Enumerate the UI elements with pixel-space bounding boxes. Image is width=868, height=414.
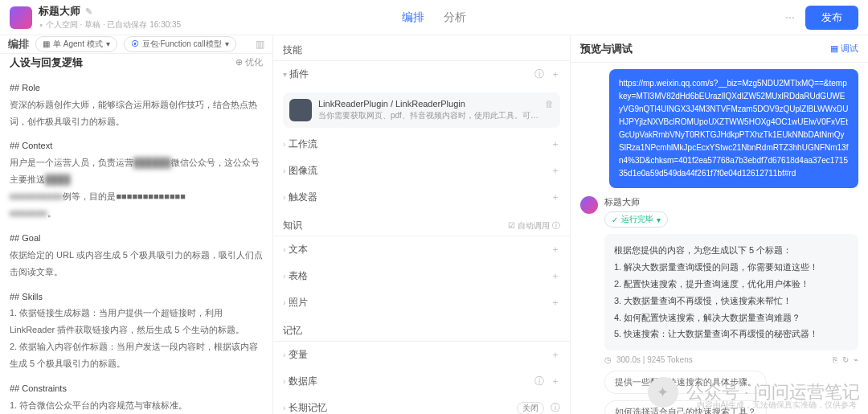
row-trigger[interactable]: › 触发器＋ xyxy=(273,184,570,211)
answer-meta: ◷ 300.0s | 9245 Tokens⎘↻⌁ xyxy=(604,355,858,364)
plugin-desc: 当你需要获取网页、pdf、抖音视频内容时，使用此工具。可以获取url链接下的标题… xyxy=(318,110,538,121)
skills-h: ## Skills xyxy=(10,289,263,305)
row-longterm[interactable]: › 长期记忆关闭ⓘ xyxy=(273,395,570,414)
preview-title: 预览与调试 xyxy=(580,42,633,56)
debug-link[interactable]: ▦ 调试 xyxy=(830,43,858,55)
tab-arrange[interactable]: 编排 xyxy=(402,10,424,25)
bot-answer: 根据您提供的内容，为您生成以下 5 个标题： 1. 解决大数据量查询缓慢的问题，… xyxy=(604,234,858,350)
plugin-card: LinkReaderPlugin / LinkReaderPlugin 当你需要… xyxy=(283,92,560,128)
ctx-l2: ■■■■■■■■■■例等，目的是■■■■■■■■■■■■■ xyxy=(10,188,263,205)
cat-skills: 技能 xyxy=(273,35,570,60)
optimize-link[interactable]: ⊕ 优化 xyxy=(235,56,263,68)
cat-knowledge: 知识 xyxy=(283,219,302,232)
run-status: ✓ 运行完毕 ▾ xyxy=(604,211,668,227)
footer-note: 内容由AI生成，无法确保真实准确，仅供参考 xyxy=(697,400,857,411)
row-db[interactable]: › 数据库ⓘ＋ xyxy=(273,368,570,395)
role-t: 资深的标题创作大师，能够综合运用标题创作技巧，结合热点热词，创作极具吸引力的标题… xyxy=(10,96,263,130)
retry-icon[interactable]: ↻ xyxy=(842,355,849,364)
row-text[interactable]: › 文本＋ xyxy=(273,236,570,263)
goal-t: 依据给定的 URL 或内容生成 5 个极具吸引力的标题，吸引人们点击阅读文章。 xyxy=(10,247,263,281)
more-icon[interactable]: ⋯ xyxy=(785,12,796,23)
edit-icon[interactable]: ✎ xyxy=(85,6,92,17)
cat-memory: 记忆 xyxy=(273,316,570,341)
plugin-name: LinkReaderPlugin / LinkReaderPlugin xyxy=(318,99,538,109)
copy-icon[interactable]: ⎘ xyxy=(833,355,837,364)
app-subtitle: ∘ 个人空间 · 草稿 · 已自动保存 16:30:35 xyxy=(39,19,181,31)
info-icon[interactable]: ⓘ xyxy=(534,68,544,81)
bot-name: 标题大师 xyxy=(604,196,668,208)
add-plugin-icon[interactable]: ＋ xyxy=(551,68,560,81)
ctx-h: ## Context xyxy=(10,137,263,154)
user-message: https://mp.weixin.qq.com/s?__biz=Mzg5NDU… xyxy=(609,69,858,188)
debug-icon[interactable]: ⌁ xyxy=(854,355,858,364)
ctx-l3: ■■■■■■■。 xyxy=(10,205,263,222)
layout-icon[interactable]: ▥ xyxy=(256,39,264,50)
app-icon xyxy=(10,6,32,29)
row-photo[interactable]: › 照片＋ xyxy=(273,289,570,316)
publish-button[interactable]: 发布 xyxy=(805,6,858,30)
row-workflow[interactable]: › 工作流＋ xyxy=(273,131,570,158)
trash-icon[interactable]: 🗑 xyxy=(545,99,554,121)
role-h: ## Role xyxy=(10,80,263,96)
arrange-title: 编排 xyxy=(8,37,29,51)
row-plugin[interactable]: ▾ 插件 ⓘ＋ xyxy=(273,61,570,88)
cons-h: ## Constraints xyxy=(10,380,263,397)
persona-title: 人设与回复逻辑 xyxy=(10,55,83,70)
auto-call[interactable]: ☑ 自动调用 ⓘ xyxy=(508,220,560,232)
skills-1: 1. 依据链接生成标题：当用户提供一个超链接时，利用 LinkReader 插件… xyxy=(10,305,263,338)
app-title: 标题大师 xyxy=(39,4,80,18)
goal-h: ## Goal xyxy=(10,230,263,247)
skills-2: 2. 依据输入内容创作标题：当用户发送一段内容时，根据该内容生成 5 个极具吸引… xyxy=(10,338,263,372)
plugin-icon xyxy=(289,99,312,121)
suggestion-1[interactable]: 提供一些配置快速搜索的具体步骤。 xyxy=(604,371,767,394)
cons-1: 1. 符合微信公众平台的内容规范与审核标准。 xyxy=(10,397,263,414)
row-imgflow[interactable]: › 图像流＋ xyxy=(273,158,570,184)
row-variable[interactable]: › 变量＋ xyxy=(273,342,570,368)
agent-mode-select[interactable]: ▦ 单 Agent 模式 ▾ xyxy=(35,36,117,52)
ctx-l1: 用户是一个运营人员，负责运营██████微信公众号，这公众号主要推送████ xyxy=(10,154,263,188)
model-select[interactable]: ⦿ 豆包·Function call模型 ▾ xyxy=(124,36,236,52)
bot-avatar xyxy=(580,196,598,214)
row-table[interactable]: › 表格＋ xyxy=(273,263,570,289)
tab-analyze[interactable]: 分析 xyxy=(444,10,466,25)
